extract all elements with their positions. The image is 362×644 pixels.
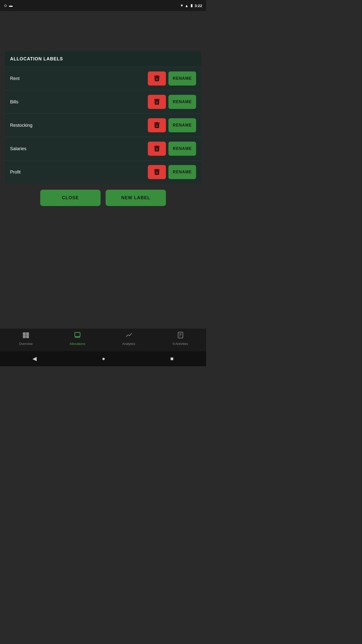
label-row-salaries: Salaries ✕ RENAME (5, 137, 201, 160)
svg-text:✕: ✕ (156, 101, 158, 104)
delete-button-bills[interactable]: ✕ (148, 95, 166, 109)
allocations-icon (74, 332, 81, 340)
nav-item-allocations[interactable]: Allocations (52, 332, 103, 348)
label-name-rent: Rent (10, 76, 148, 81)
label-row-profit: Profit ✕ RENAME (5, 160, 201, 184)
svg-text:✕: ✕ (156, 148, 158, 151)
wifi-icon: ▾ (181, 3, 183, 8)
rename-button-restocking[interactable]: RENAME (168, 118, 196, 132)
overview-icon (22, 332, 29, 340)
svg-rect-6 (26, 333, 29, 335)
svg-text:✕: ✕ (156, 171, 158, 174)
activities-label: 0 Activities (173, 342, 188, 346)
rename-button-bills[interactable]: RENAME (168, 95, 196, 109)
delete-button-rent[interactable]: ✕ (148, 71, 166, 86)
sd-card-icon: ▬ (9, 4, 13, 8)
close-button[interactable]: CLOSE (40, 190, 101, 206)
analytics-icon (125, 332, 132, 340)
svg-rect-9 (75, 333, 80, 337)
delete-button-restocking[interactable]: ✕ (148, 118, 166, 132)
label-actions-restocking: ✕ RENAME (148, 118, 196, 132)
label-row-bills: Bills ✕ RENAME (5, 90, 201, 113)
svg-rect-11 (178, 332, 183, 338)
label-row-restocking: Restocking ✕ RENAME (5, 113, 201, 137)
battery-icon: ▮ (191, 3, 193, 8)
label-name-profit: Profit (10, 170, 148, 175)
main-content: ALLOCATION LABELS Rent ✕ RENAME Bills (0, 11, 206, 214)
label-actions-bills: ✕ RENAME (148, 95, 196, 109)
label-actions-profit: ✕ RENAME (148, 165, 196, 179)
allocations-label: Allocations (69, 342, 85, 346)
svg-rect-5 (23, 333, 26, 335)
activities-icon (177, 332, 184, 340)
card-header: ALLOCATION LABELS (5, 51, 201, 67)
rename-button-rent[interactable]: RENAME (168, 71, 196, 86)
time-display: 3:22 (195, 4, 202, 8)
status-bar: ⊙ ▬ ▾ ▲ ▮ 3:22 (0, 0, 206, 11)
svg-rect-7 (23, 335, 26, 338)
allocation-labels-card: ALLOCATION LABELS Rent ✕ RENAME Bills (5, 51, 201, 184)
rename-button-profit[interactable]: RENAME (168, 165, 196, 179)
label-row-rent: Rent ✕ RENAME (5, 67, 201, 90)
android-nav-bar: ◀ ● ■ (0, 351, 206, 366)
analytics-label: Analytics (122, 342, 135, 346)
svg-text:✕: ✕ (156, 78, 158, 81)
nav-item-activities[interactable]: 0 Activities (155, 332, 206, 348)
label-name-restocking: Restocking (10, 123, 148, 128)
label-name-bills: Bills (10, 99, 148, 105)
svg-rect-8 (26, 335, 29, 338)
label-actions-salaries: ✕ RENAME (148, 142, 196, 156)
action-buttons: CLOSE NEW LABEL (5, 190, 201, 206)
status-icons-left: ⊙ ▬ (4, 4, 13, 8)
rename-button-salaries[interactable]: RENAME (168, 142, 196, 156)
new-label-button[interactable]: NEW LABEL (106, 190, 166, 206)
svg-rect-10 (75, 337, 80, 338)
delete-button-salaries[interactable]: ✕ (148, 142, 166, 156)
label-actions-rent: ✕ RENAME (148, 71, 196, 86)
nav-item-overview[interactable]: Overview (0, 332, 52, 348)
card-title: ALLOCATION LABELS (10, 56, 63, 61)
recents-button[interactable]: ■ (170, 355, 173, 362)
label-name-salaries: Salaries (10, 146, 148, 151)
signal-icon: ▲ (185, 4, 189, 8)
nav-item-analytics[interactable]: Analytics (103, 332, 155, 348)
back-button[interactable]: ◀ (32, 355, 37, 362)
home-button[interactable]: ● (102, 355, 105, 362)
svg-text:✕: ✕ (156, 125, 158, 128)
record-icon: ⊙ (4, 4, 7, 8)
delete-button-profit[interactable]: ✕ (148, 165, 166, 179)
status-icons-right: ▾ ▲ ▮ 3:22 (181, 3, 202, 8)
overview-label: Overview (19, 342, 32, 346)
bottom-navigation: Overview Allocations Analytics (0, 329, 206, 351)
